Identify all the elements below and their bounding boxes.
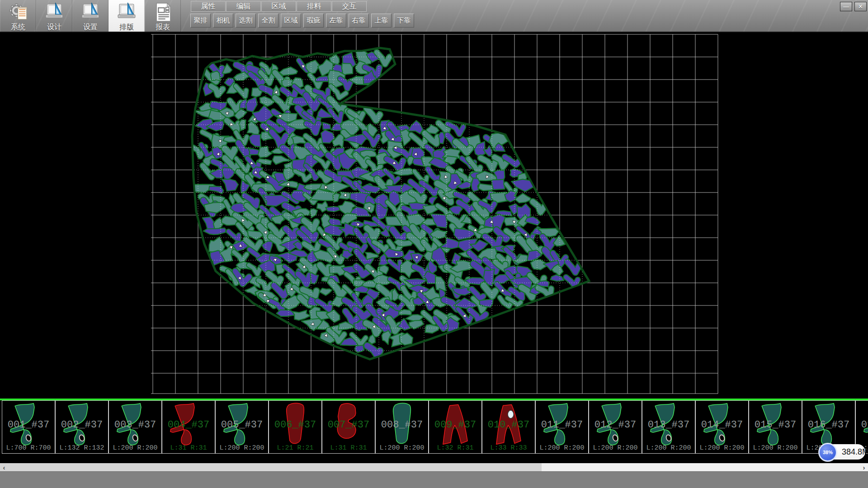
part-size-label: L:200 R:200 xyxy=(536,444,588,452)
menu-tab-1[interactable]: 属性 xyxy=(191,1,226,12)
minimize-button[interactable]: — xyxy=(840,2,852,11)
tool-button-6[interactable]: 瑕疵 xyxy=(303,14,324,28)
part-size-label: L:200 R:200 xyxy=(109,444,161,452)
status-bar xyxy=(0,471,868,488)
part-thumbnail-011_#37[interactable]: 011_#37L:200 R:200 xyxy=(535,400,589,454)
part-thumbnail-003_#37[interactable]: 003_#37L:200 R:200 xyxy=(108,400,162,454)
nesting-canvas[interactable] xyxy=(0,33,868,399)
part-name-label: 012_#37 xyxy=(589,419,642,431)
part-name-label: 010_#37 xyxy=(482,419,535,431)
part-size-label: L:31 R:31 xyxy=(322,444,375,452)
part-size-label: L:21 R:21 xyxy=(269,444,321,452)
part-name-label: 009_#37 xyxy=(429,419,481,431)
scrollbar-left-arrow-icon[interactable]: ‹ xyxy=(0,463,8,471)
part-size-label: L:31 R:31 xyxy=(162,444,215,452)
part-name-label: 014_#37 xyxy=(696,419,748,431)
canvas-svg xyxy=(0,33,868,399)
window-controls: —✕ xyxy=(840,2,867,11)
memory-overlay-badge[interactable]: 38% 384.8M xyxy=(818,443,865,462)
part-name-label: 011_#37 xyxy=(536,419,588,431)
tool-button-10[interactable]: 下靠 xyxy=(394,14,414,28)
part-name-label: 015_#37 xyxy=(749,419,802,431)
part-thumbnail-010_#37[interactable]: 010_#37L:33 R:33 xyxy=(482,400,535,454)
design-ruler-icon xyxy=(44,2,65,23)
menu-tab-bar: 属性编辑区域排料交互 xyxy=(191,1,367,12)
main-button-label: 设计 xyxy=(47,23,61,31)
system-gear-icon xyxy=(8,2,28,23)
badge-percent: 38% xyxy=(818,443,837,462)
part-name-label: 005_#37 xyxy=(216,419,268,431)
part-size-label: L:200 R:200 xyxy=(589,444,642,452)
parts-thumbnail-strip: 001_#37L:700 R:700002_#37L:132 R:132003_… xyxy=(0,399,868,455)
main-button-5[interactable]: 报表 xyxy=(145,0,181,32)
part-thumbnail-009_#37[interactable]: 009_#37L:32 R:31 xyxy=(429,400,482,454)
part-size-label: L:200 R:200 xyxy=(642,444,695,452)
part-size-label: L:200 R:200 xyxy=(749,444,802,452)
part-name-label: 006_#37 xyxy=(269,419,321,431)
application-window: 系统设计设置排版报表 属性编辑区域排料交互 聚排相机选割全割区域瑕疵左靠右靠上靠… xyxy=(0,0,868,488)
close-button[interactable]: ✕ xyxy=(854,2,867,11)
part-size-label: L:32 R:31 xyxy=(429,444,481,452)
part-name-label: 017_#37 xyxy=(856,419,868,431)
main-button-1[interactable]: 系统 xyxy=(0,0,36,32)
part-name-label: 016_#37 xyxy=(802,419,855,431)
tool-button-7[interactable]: 左靠 xyxy=(326,14,346,28)
tool-button-9[interactable]: 上靠 xyxy=(371,14,392,28)
parts-scrollbar[interactable]: ‹ › xyxy=(0,463,868,471)
part-size-label: L:200 R:200 xyxy=(376,444,428,452)
part-thumbnail-015_#37[interactable]: 015_#37L:200 R:200 xyxy=(749,400,802,454)
part-name-label: 013_#37 xyxy=(642,419,695,431)
scrollbar-thumb[interactable] xyxy=(8,463,542,471)
main-button-3[interactable]: 设置 xyxy=(72,0,108,32)
part-thumbnail-012_#37[interactable]: 012_#37L:200 R:200 xyxy=(589,400,642,454)
part-size-label: L:200 R:200 xyxy=(216,444,268,452)
part-size-label: L:132 R:132 xyxy=(56,444,108,452)
part-thumbnail-005_#37[interactable]: 005_#37L:200 R:200 xyxy=(215,400,269,454)
report-doc-icon xyxy=(152,2,173,23)
tool-button-2[interactable]: 相机 xyxy=(213,14,233,28)
settings-ruler-icon xyxy=(80,2,101,23)
main-mode-buttons: 系统设计设置排版报表 xyxy=(0,0,181,32)
tool-button-5[interactable]: 区域 xyxy=(281,14,301,28)
part-name-label: 003_#37 xyxy=(109,419,161,431)
parts-row: 001_#37L:700 R:700002_#37L:132 R:132003_… xyxy=(2,400,868,454)
main-button-label: 系统 xyxy=(11,23,25,31)
main-button-2[interactable]: 设计 xyxy=(36,0,72,32)
main-button-4[interactable]: 排版 xyxy=(108,0,145,32)
main-button-label: 排版 xyxy=(119,23,134,31)
tool-button-bar: 聚排相机选割全割区域瑕疵左靠右靠上靠下靠 xyxy=(190,14,416,28)
part-size-label: L:200 R:200 xyxy=(696,444,748,452)
tool-button-4[interactable]: 全割 xyxy=(258,14,278,28)
main-button-label: 设置 xyxy=(83,23,98,31)
part-thumbnail-007_#37[interactable]: 007_#37L:31 R:31 xyxy=(322,400,375,454)
badge-memory-value: 384.8M xyxy=(842,444,868,460)
part-name-label: 008_#37 xyxy=(376,419,428,431)
part-thumbnail-013_#37[interactable]: 013_#37L:200 R:200 xyxy=(642,400,695,454)
part-name-label: 002_#37 xyxy=(56,419,108,431)
part-size-label: L:33 R:33 xyxy=(482,444,535,452)
menu-tab-3[interactable]: 区域 xyxy=(261,1,296,12)
part-name-label: 007_#37 xyxy=(322,419,375,431)
menu-tab-4[interactable]: 排料 xyxy=(297,1,331,12)
main-button-label: 报表 xyxy=(156,23,170,31)
tool-button-1[interactable]: 聚排 xyxy=(190,14,211,28)
part-thumbnail-014_#37[interactable]: 014_#37L:200 R:200 xyxy=(695,400,749,454)
tool-button-8[interactable]: 右靠 xyxy=(349,14,369,28)
part-thumbnail-004_#37[interactable]: 004_#37L:31 R:31 xyxy=(162,400,215,454)
part-name-label: 001_#37 xyxy=(2,419,55,431)
part-thumbnail-002_#37[interactable]: 002_#37L:132 R:132 xyxy=(55,400,108,454)
nesting-ruler-icon xyxy=(116,2,137,23)
tool-button-3[interactable]: 选割 xyxy=(236,14,256,28)
part-thumbnail-006_#37[interactable]: 006_#37L:21 R:21 xyxy=(269,400,322,454)
part-size-label: L:700 R:700 xyxy=(2,444,55,452)
scrollbar-right-arrow-icon[interactable]: › xyxy=(860,463,868,471)
part-thumbnail-008_#37[interactable]: 008_#37L:200 R:200 xyxy=(375,400,429,454)
part-thumbnail-001_#37[interactable]: 001_#37L:700 R:700 xyxy=(2,400,55,454)
part-name-label: 004_#37 xyxy=(162,419,215,431)
menu-tab-2[interactable]: 编辑 xyxy=(226,1,261,12)
ribbon-toolbar: 系统设计设置排版报表 属性编辑区域排料交互 聚排相机选割全割区域瑕疵左靠右靠上靠… xyxy=(0,0,868,33)
menu-tab-5[interactable]: 交互 xyxy=(332,1,367,12)
